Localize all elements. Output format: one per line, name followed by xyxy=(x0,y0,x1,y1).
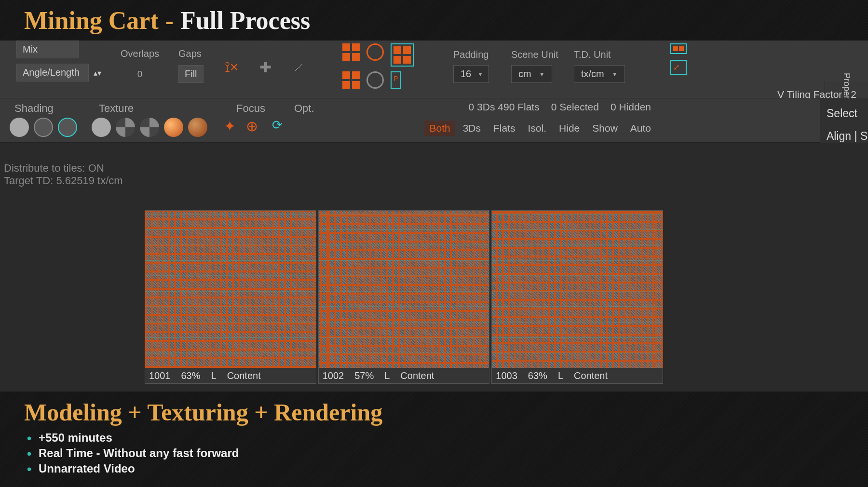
padding-label: Padding xyxy=(453,49,489,60)
tile-l: L xyxy=(211,370,217,381)
texture-checker-icon[interactable] xyxy=(116,118,135,137)
gaps-label: Gaps xyxy=(178,48,203,59)
td-unit-dropdown[interactable]: tx/cm▼ xyxy=(574,65,625,83)
info-line1: Distribute to tiles: ON xyxy=(4,162,123,175)
caret-icon: ▾ xyxy=(479,71,482,78)
tile-name: Content xyxy=(227,370,261,381)
auto-button[interactable]: Auto xyxy=(625,121,656,136)
edge-tool-icon[interactable]: ⟋ xyxy=(289,59,309,76)
texture-matcap2-icon[interactable] xyxy=(188,118,207,137)
scene-unit-label: Scene Unit xyxy=(511,49,558,60)
info-line2: Target TD: 5.62519 tx/cm xyxy=(4,175,123,187)
grid4-solid2-icon[interactable] xyxy=(342,71,360,89)
texture-checker2-icon[interactable] xyxy=(140,118,159,137)
uv-islands xyxy=(492,211,663,368)
focus-label: Focus xyxy=(236,102,265,115)
pin-x-icon[interactable]: ⟟× xyxy=(222,59,241,76)
bottom-title: Modeling + Texturing + Rendering xyxy=(24,398,844,426)
tile-pct: 63% xyxy=(181,370,201,381)
cross-tool-icon[interactable]: ✚ xyxy=(256,59,275,76)
title-sep: - xyxy=(165,6,174,35)
uv-tiles-container: 1001 63% L Content 1002 57% L Content 10… xyxy=(145,210,663,384)
menu-select[interactable]: Select xyxy=(820,102,868,125)
uv-tile[interactable]: 1002 57% L Content xyxy=(318,210,490,384)
chevron-up-down-icon[interactable]: ▴▾ xyxy=(94,68,101,78)
bullet-list: +550 minutes Real Time - Without any fas… xyxy=(24,431,844,475)
scene-unit-value: cm xyxy=(518,68,531,80)
hide-button[interactable]: Hide xyxy=(554,121,584,136)
overlaps-label: Overlaps xyxy=(121,48,159,59)
tile-l: L xyxy=(384,370,390,381)
bottom-overlay: Modeling + Texturing + Rendering +550 mi… xyxy=(0,392,868,487)
td-unit-value: tx/cm xyxy=(581,68,604,80)
tile-name: Content xyxy=(574,370,608,381)
tile-id: 1001 xyxy=(149,370,171,381)
texture-label: Texture xyxy=(99,102,134,115)
shading-wire-icon[interactable] xyxy=(34,118,53,137)
mix-button[interactable]: Mix xyxy=(16,41,79,58)
grid4-solid-icon[interactable] xyxy=(342,43,360,67)
uv-viewport[interactable]: Distribute to tiles: ON Target TD: 5.625… xyxy=(0,143,868,392)
texture-matcap-icon[interactable] xyxy=(164,118,183,137)
overlaps-value[interactable]: 0 xyxy=(121,69,159,80)
uv-islands xyxy=(319,211,489,368)
tile-id: 1003 xyxy=(496,370,517,381)
show-button[interactable]: Show xyxy=(587,121,623,136)
caret-icon: ▼ xyxy=(612,71,618,78)
angle-length-button[interactable]: Angle/Length xyxy=(16,64,89,81)
toolbar-secondary: Shading Texture Focus Opt. ✦ ⊕ ⟳ 0 3Ds 4… xyxy=(0,98,868,143)
fill-button[interactable]: Fill xyxy=(178,65,203,83)
align-b-icon[interactable]: ⤢ xyxy=(670,60,687,75)
align-a-icon[interactable] xyxy=(670,43,687,54)
circle2-icon[interactable] xyxy=(366,71,384,89)
texture-none-icon[interactable] xyxy=(92,118,111,137)
counts-text: 0 3Ds 490 Flats xyxy=(469,101,540,113)
flats-button[interactable]: Flats xyxy=(488,121,520,136)
toolbar-main: Mix Angle/Length ▴▾ Overlaps 0 Gaps Fill… xyxy=(0,41,868,98)
caret-icon: ▼ xyxy=(539,71,545,78)
uv-tile-label: 1001 63% L Content xyxy=(145,368,316,383)
title-bar: Mining Cart - Full Process xyxy=(0,0,868,41)
title-main: Mining Cart xyxy=(24,6,159,35)
3ds-button[interactable]: 3Ds xyxy=(458,121,486,136)
tile-l: L xyxy=(558,370,563,381)
both-button[interactable]: Both xyxy=(424,121,455,136)
tile-id: 1002 xyxy=(323,370,344,381)
boxed-grid-icon[interactable] xyxy=(391,43,414,67)
tile-name: Content xyxy=(400,370,434,381)
focus-icon[interactable]: ✦ xyxy=(220,118,239,137)
uv-tile-label: 1002 57% L Content xyxy=(319,368,489,383)
tile-pct: 57% xyxy=(354,370,374,381)
bullet-item: Unnarrated Video xyxy=(39,462,844,475)
uv-tile[interactable]: 1001 63% L Content xyxy=(145,210,316,384)
title-sub: Full Process xyxy=(180,6,310,35)
tile-pct: 63% xyxy=(528,370,547,381)
uv-islands xyxy=(145,211,316,368)
boxed-p-icon[interactable]: P xyxy=(391,71,401,89)
padding-dropdown[interactable]: 16▾ xyxy=(453,65,489,83)
focus-all-icon[interactable]: ⊕ xyxy=(242,118,261,137)
uv-tile-label: 1003 63% L Content xyxy=(492,368,663,383)
hidden-text: 0 Hidden xyxy=(610,101,651,113)
bullet-item: Real Time - Without any fast forward xyxy=(39,446,844,460)
uv-tile[interactable]: 1003 63% L Content xyxy=(491,210,663,384)
scene-unit-dropdown[interactable]: cm▼ xyxy=(511,65,552,83)
td-unit-label: T.D. Unit xyxy=(574,49,625,60)
shading-flat-icon[interactable] xyxy=(10,118,29,137)
refresh-icon[interactable]: ⟳ xyxy=(272,118,283,137)
shading-highlight-icon[interactable] xyxy=(58,118,77,137)
selected-text: 0 Selected xyxy=(551,101,599,113)
info-text: Distribute to tiles: ON Target TD: 5.625… xyxy=(4,162,123,187)
shading-label: Shading xyxy=(14,102,54,115)
bullet-item: +550 minutes xyxy=(39,431,844,445)
circle-icon[interactable] xyxy=(366,43,384,61)
padding-value: 16 xyxy=(461,68,471,80)
opt-label: Opt. xyxy=(294,102,314,115)
isol-button[interactable]: Isol. xyxy=(523,121,552,136)
